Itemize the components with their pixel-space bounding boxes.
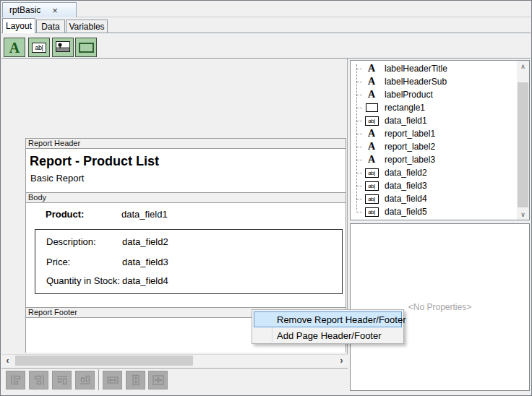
- close-tab-icon[interactable]: ×: [52, 6, 58, 15]
- rectangle-icon: [366, 103, 378, 112]
- tree-item-data_field5[interactable]: ab| data_field5: [351, 205, 516, 218]
- report-label3[interactable]: Quantity in Stock:: [46, 275, 120, 286]
- tree-item-report_label3[interactable]: A report_label3: [351, 153, 516, 166]
- horizontal-scrollbar-thumb[interactable]: [15, 356, 193, 366]
- horizontal-scrollbar[interactable]: ‹ ›: [1, 354, 348, 366]
- report-header-band[interactable]: Report Header: [25, 138, 346, 149]
- textbox-icon: ab|: [365, 116, 379, 126]
- tree-item-data_field3[interactable]: ab| data_field3: [351, 179, 516, 192]
- align-rights-button[interactable]: [29, 371, 48, 389]
- same-width-button[interactable]: [103, 371, 122, 389]
- align-tops-icon: [56, 374, 69, 386]
- same-height-icon: [129, 374, 142, 386]
- report-explorer-tree[interactable]: A labelHeaderTitle A labelHeaderSub A la…: [350, 60, 530, 220]
- report-footer-band-label: Report Footer: [28, 308, 77, 317]
- report-header-section[interactable]: Report - Product List Basic Report: [25, 149, 346, 192]
- tree-item-labelHeaderTitle[interactable]: A labelHeaderTitle: [351, 62, 516, 75]
- toolbar-separator: [98, 369, 99, 390]
- tab-layout[interactable]: Layout: [2, 18, 35, 33]
- properties-panel: <No Properties>: [350, 223, 530, 391]
- same-height-button[interactable]: [126, 371, 145, 389]
- document-tab-label: rptBasic: [9, 5, 40, 15]
- label-icon: A: [368, 77, 375, 87]
- label-tool-icon: A: [9, 40, 20, 55]
- textbox-icon: ab|: [365, 181, 379, 191]
- detail-row: Price: data_field3: [46, 257, 70, 267]
- body-section[interactable]: Product: data_field1 Description: data_f…: [25, 203, 346, 307]
- data-field2[interactable]: data_field2: [122, 236, 168, 247]
- detail-row: Quantity in Stock: data_field4: [46, 275, 120, 286]
- tree-item-report_label1[interactable]: A report_label1: [351, 127, 516, 140]
- document-tab-rptbasic[interactable]: rptBasic ×: [2, 2, 77, 17]
- document-tabbar-divider: [1, 17, 531, 17]
- body-band-label: Body: [28, 193, 46, 202]
- no-properties-text: <No Properties>: [408, 302, 471, 312]
- report-label2[interactable]: Price:: [46, 257, 70, 267]
- rectangle1-shape[interactable]: Description: data_field2 Price: data_fie…: [35, 229, 343, 294]
- data-field3[interactable]: data_field3: [122, 257, 168, 267]
- tree-item-data_field4[interactable]: ab| data_field4: [351, 192, 516, 205]
- scroll-right-icon[interactable]: ›: [335, 355, 348, 366]
- picture-tool-icon: [56, 41, 70, 54]
- body-band[interactable]: Body: [25, 192, 346, 203]
- textbox-icon: ab|: [365, 207, 379, 217]
- view-tabbar-divider: [1, 33, 531, 33]
- align-lefts-icon: [9, 374, 22, 386]
- label-icon: A: [368, 142, 375, 152]
- label-product[interactable]: Product:: [46, 209, 84, 220]
- label-icon: A: [368, 129, 375, 139]
- scroll-down-icon[interactable]: ∨: [517, 209, 529, 220]
- label-tool-button[interactable]: A: [4, 38, 25, 57]
- tree-item-report_label2[interactable]: A report_label2: [351, 140, 516, 153]
- same-size-button[interactable]: [148, 371, 168, 389]
- tree-item-labelProduct[interactable]: A labelProduct: [351, 88, 516, 101]
- same-size-icon: [152, 374, 165, 386]
- label-icon: A: [368, 64, 375, 74]
- align-bottoms-icon: [79, 374, 92, 386]
- align-lefts-button[interactable]: [6, 371, 25, 389]
- tree-scrollbar-thumb[interactable]: [518, 82, 528, 207]
- same-width-icon: [106, 374, 119, 386]
- detail-row: Description: data_field2: [46, 236, 96, 247]
- menu-item-remove-report-header-footer[interactable]: Remove Report Header/Footer: [254, 311, 402, 327]
- tab-variables[interactable]: Variables: [66, 20, 108, 33]
- data-field1[interactable]: data_field1: [121, 209, 168, 220]
- label-icon: A: [368, 155, 375, 165]
- tree-vertical-scrollbar[interactable]: ∧ ∨: [517, 61, 529, 220]
- context-menu: Remove Report Header/Footer Add Page Hea…: [252, 309, 404, 344]
- report-designer-window: rptBasic × Layout Data Variables A ab| R…: [0, 0, 532, 396]
- alignment-toolbar: [1, 368, 348, 390]
- tree-item-labelHeaderSub[interactable]: A labelHeaderSub: [351, 75, 516, 88]
- align-tops-button[interactable]: [52, 371, 72, 389]
- report-label1[interactable]: Description:: [46, 236, 96, 247]
- tree-item-data_field2[interactable]: ab| data_field2: [351, 166, 516, 179]
- label-header-title[interactable]: Report - Product List: [30, 154, 159, 169]
- scroll-left-icon[interactable]: ‹: [1, 355, 14, 366]
- rectangle-tool-button[interactable]: [75, 38, 97, 57]
- picture-tool-button[interactable]: [52, 38, 74, 57]
- tree-item-rectangle1[interactable]: rectangle1: [351, 101, 516, 114]
- label-icon: A: [368, 90, 375, 100]
- textbox-tool-button[interactable]: ab|: [28, 38, 50, 57]
- scroll-up-icon[interactable]: ∧: [517, 61, 529, 72]
- align-bottoms-button[interactable]: [75, 371, 95, 389]
- tab-data[interactable]: Data: [36, 20, 65, 33]
- textbox-icon: ab|: [365, 168, 379, 178]
- align-rights-icon: [33, 374, 46, 386]
- textbox-icon: ab|: [365, 194, 379, 204]
- label-header-sub[interactable]: Basic Report: [30, 173, 84, 184]
- textbox-tool-icon: ab|: [32, 43, 46, 53]
- report-header-band-label: Report Header: [28, 139, 80, 147]
- rectangle-tool-icon: [79, 43, 94, 53]
- data-field4[interactable]: data_field4: [122, 275, 168, 286]
- menu-item-add-page-header-footer[interactable]: Add Page Header/Footer: [254, 327, 402, 343]
- tree-item-data_field1[interactable]: ab| data_field1: [351, 114, 516, 127]
